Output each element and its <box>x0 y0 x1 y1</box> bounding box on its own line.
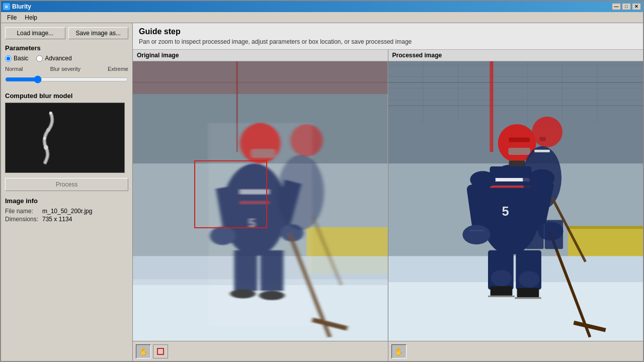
app-icon: B <box>3 3 10 10</box>
select-icon-orig <box>157 348 164 355</box>
pan-icon-orig: ✋ <box>139 347 148 355</box>
image-info-title: Image info <box>5 197 128 205</box>
main-content: Load image... Save image as... Parameter… <box>1 23 643 361</box>
processed-image-svg: 5 <box>388 61 643 341</box>
button-row: Load image... Save image as... <box>5 27 128 39</box>
svg-point-0 <box>49 112 52 115</box>
dimensions-label: Dimensions: <box>5 216 40 223</box>
menu-file[interactable]: File <box>3 13 21 22</box>
svg-rect-31 <box>208 123 312 326</box>
radio-advanced-label[interactable]: Advanced <box>36 55 71 62</box>
pan-tool-button-orig[interactable]: ✋ <box>136 344 151 358</box>
original-image-label: Original image <box>133 50 388 61</box>
svg-rect-54 <box>508 148 530 155</box>
processed-image-toolbar: ✋ <box>388 341 643 361</box>
original-image-viewport[interactable]: 5 <box>133 61 388 341</box>
parameters-section: Parameters Basic Advanced Normal Blur se… <box>5 44 128 87</box>
svg-rect-73 <box>490 286 512 297</box>
svg-rect-78 <box>539 137 545 141</box>
original-image-toolbar: ✋ <box>133 341 388 361</box>
svg-rect-48 <box>568 226 643 229</box>
svg-point-71 <box>491 270 511 286</box>
minimize-button[interactable]: — <box>612 3 621 10</box>
guide-step-title: Guide step <box>139 27 637 36</box>
process-button[interactable]: Process <box>5 178 128 191</box>
svg-rect-83 <box>544 220 562 249</box>
svg-rect-76 <box>514 297 541 299</box>
dimensions-value: 735 x 1134 <box>42 216 72 223</box>
dimensions-row: Dimensions: 735 x 1134 <box>5 216 128 223</box>
left-panel: Load image... Save image as... Parameter… <box>1 23 133 361</box>
window-controls: — □ ✕ <box>612 3 641 10</box>
close-button[interactable]: ✕ <box>632 3 641 10</box>
guide-description: Pan or zoom to inspect processed image, … <box>139 38 637 45</box>
window-title: Blurity <box>12 3 31 10</box>
file-name-row: File name: m_10_50_200r.jpg <box>5 208 128 215</box>
title-bar-left: B Blurity <box>3 3 31 10</box>
title-bar: B Blurity — □ ✕ <box>1 1 643 12</box>
blur-model-canvas <box>5 103 125 173</box>
processed-image-viewport[interactable]: 5 <box>388 61 643 341</box>
processed-image-panel: Processed image <box>388 50 643 361</box>
original-image-svg: 5 <box>133 61 388 341</box>
svg-point-3 <box>44 145 48 150</box>
menu-help[interactable]: Help <box>21 13 41 22</box>
svg-point-79 <box>523 146 561 210</box>
svg-rect-75 <box>488 296 514 297</box>
svg-point-64 <box>462 225 490 244</box>
slider-label-left: Normal <box>5 66 23 72</box>
guide-header: Guide step Pan or zoom to inspect proces… <box>133 23 643 50</box>
select-tool-button-orig[interactable] <box>153 344 168 358</box>
blur-severity-label: Blur severity <box>50 66 80 72</box>
file-name-value: m_10_50_200r.jpg <box>42 208 92 215</box>
image-area: Original image <box>133 50 643 361</box>
blur-severity-slider[interactable] <box>5 75 128 84</box>
svg-rect-80 <box>534 150 549 152</box>
original-image-panel: Original image <box>133 50 388 361</box>
slider-label-right: Extreme <box>108 66 128 72</box>
maximize-button[interactable]: □ <box>622 3 631 10</box>
radio-basic-text: Basic <box>14 55 28 62</box>
radio-basic[interactable] <box>5 55 12 62</box>
computed-blur-section: Computed blur model <box>5 92 128 173</box>
app-window: B Blurity — □ ✕ File Help Load image... … <box>0 0 644 362</box>
pan-tool-button-proc[interactable]: ✋ <box>391 344 407 358</box>
pan-icon-proc: ✋ <box>394 347 403 355</box>
menu-bar: File Help <box>1 12 643 23</box>
svg-rect-74 <box>517 288 539 299</box>
blur-severity-row: Normal Blur severity Extreme <box>5 66 128 84</box>
svg-point-1 <box>46 128 50 132</box>
save-image-button[interactable]: Save image as... <box>68 27 129 39</box>
computed-blur-title: Computed blur model <box>5 92 128 100</box>
svg-point-77 <box>532 117 562 147</box>
parameters-title: Parameters <box>5 44 128 52</box>
svg-point-72 <box>519 271 539 287</box>
radio-basic-label[interactable]: Basic <box>5 55 28 62</box>
load-image-button[interactable]: Load image... <box>5 27 65 39</box>
slider-labels: Normal Blur severity Extreme <box>5 66 128 72</box>
svg-rect-53 <box>509 137 529 142</box>
right-panel: Guide step Pan or zoom to inspect proces… <box>133 23 643 361</box>
file-name-label: File name: <box>5 208 40 215</box>
radio-advanced[interactable] <box>36 55 43 62</box>
svg-point-2 <box>43 137 46 140</box>
image-info-section: Image info File name: m_10_50_200r.jpg D… <box>5 197 128 224</box>
svg-rect-82 <box>525 219 543 249</box>
radio-advanced-text: Advanced <box>45 55 71 62</box>
svg-rect-46 <box>490 61 493 152</box>
radio-group: Basic Advanced <box>5 55 128 62</box>
svg-text:5: 5 <box>502 204 509 218</box>
processed-image-label: Processed image <box>388 50 643 61</box>
svg-rect-7 <box>133 61 388 94</box>
blur-model-svg <box>33 111 63 166</box>
